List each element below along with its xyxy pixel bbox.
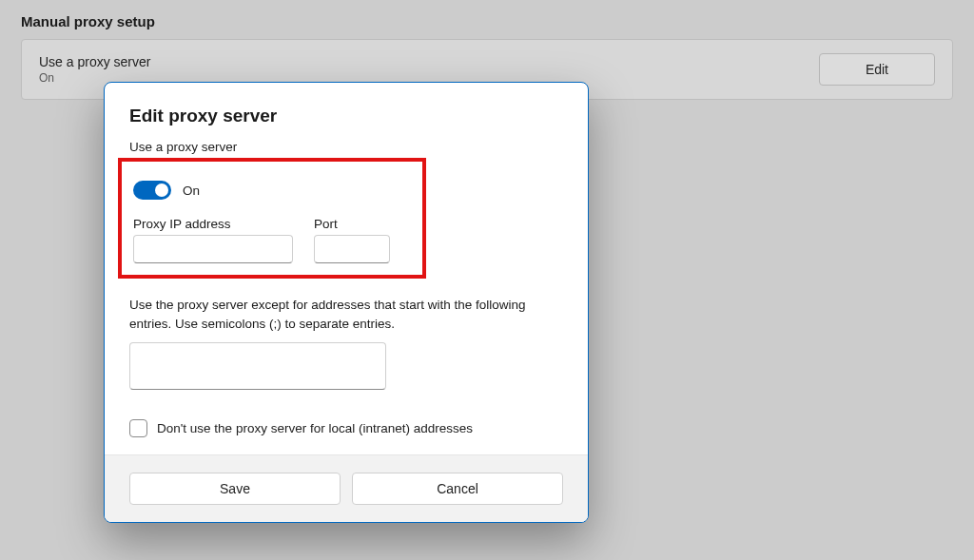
dialog-footer: Save Cancel (105, 454, 588, 522)
ip-port-row: Proxy IP address Port (133, 217, 411, 263)
toggle-row: On (133, 181, 411, 200)
toggle-knob (155, 183, 168, 197)
edit-button[interactable]: Edit (819, 53, 935, 86)
ip-label: Proxy IP address (133, 217, 293, 231)
proxy-ip-input[interactable] (133, 235, 293, 263)
exceptions-description: Use the proxy server except for addresse… (129, 296, 548, 333)
save-button[interactable]: Save (129, 473, 341, 505)
use-proxy-label: Use a proxy server (129, 140, 563, 154)
edit-proxy-dialog: Edit proxy server Use a proxy server On … (104, 82, 589, 523)
card-primary-text: Use a proxy server (39, 54, 150, 69)
ip-field: Proxy IP address (133, 217, 293, 263)
use-proxy-toggle[interactable] (133, 181, 171, 200)
dialog-title: Edit proxy server (129, 106, 563, 126)
highlight-annotation: On Proxy IP address Port (118, 158, 426, 279)
dialog-body: Edit proxy server Use a proxy server On … (105, 83, 588, 454)
port-field: Port (314, 217, 390, 263)
local-bypass-checkbox[interactable] (129, 419, 147, 437)
proxy-port-input[interactable] (314, 235, 390, 263)
port-label: Port (314, 217, 390, 231)
cancel-button[interactable]: Cancel (352, 473, 563, 505)
local-bypass-row: Don't use the proxy server for local (in… (129, 419, 563, 437)
exceptions-textarea[interactable] (129, 342, 386, 390)
section-heading: Manual proxy setup (21, 13, 953, 29)
toggle-state-label: On (183, 183, 200, 198)
proxy-card-text: Use a proxy server On (39, 54, 150, 85)
local-bypass-label: Don't use the proxy server for local (in… (157, 421, 473, 435)
